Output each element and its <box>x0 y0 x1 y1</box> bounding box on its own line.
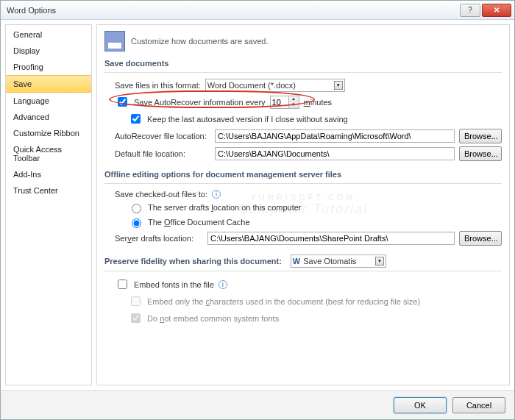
section-save-documents: Save documents <box>104 59 502 68</box>
spin-up-icon[interactable]: ▲ <box>289 96 299 102</box>
sidebar-item-language[interactable]: Language <box>6 93 91 109</box>
info-icon[interactable]: i <box>212 190 221 199</box>
autorecover-checkbox[interactable] <box>118 97 127 107</box>
sidebar-item-qat[interactable]: Quick Access Toolbar <box>6 141 91 166</box>
save-format-label: Save files in this format: <box>115 81 201 90</box>
info-icon[interactable]: i <box>219 280 227 289</box>
default-location-input[interactable] <box>215 147 455 160</box>
section-preserve: Preserve fidelity when sharing this docu… <box>104 257 282 266</box>
page-header: Customize how documents are saved. <box>104 31 502 51</box>
sidebar-item-display[interactable]: Display <box>6 43 91 59</box>
server-drafts-label: The server drafts location on this compu… <box>148 203 302 212</box>
sidebar: General Display Proofing Save Language A… <box>5 24 92 385</box>
no-common-fonts-checkbox <box>131 313 141 323</box>
sidebar-item-customize-ribbon[interactable]: Customize Ribbon <box>6 125 91 141</box>
keep-last-autosaved-checkbox[interactable] <box>131 114 141 124</box>
office-cache-label: The Office Document Cache <box>148 218 250 227</box>
browse-default-button[interactable]: Browse... <box>459 146 502 161</box>
checkedout-label: Save checked-out files to: <box>115 190 207 199</box>
sidebar-item-advanced[interactable]: Advanced <box>6 109 91 125</box>
sidebar-item-save[interactable]: Save <box>6 75 91 93</box>
embed-fonts-checkbox[interactable] <box>118 280 127 289</box>
autorecover-minutes-input[interactable] <box>271 96 288 108</box>
browse-drafts-button[interactable]: Browse... <box>459 231 502 246</box>
embed-only-chars-checkbox <box>131 296 141 306</box>
autorecover-label: Save AutoRecover information every <box>134 98 266 107</box>
no-common-fonts-label: Do not embed common system fonts <box>147 314 279 323</box>
spin-down-icon[interactable]: ▼ <box>289 102 299 108</box>
titlebar: Word Options ? ✕ <box>1 1 514 20</box>
autorecover-minutes-spinner[interactable]: ▲▼ <box>270 96 299 109</box>
chevron-down-icon: ▼ <box>375 257 384 266</box>
embed-only-chars-label: Embed only the characters used in the do… <box>147 297 420 306</box>
window-title: Word Options <box>7 6 458 15</box>
server-drafts-radio[interactable] <box>132 204 141 213</box>
footer: OK Cancel <box>1 390 514 419</box>
help-button[interactable]: ? <box>460 4 480 17</box>
browse-autorecover-button[interactable]: Browse... <box>459 129 502 143</box>
page-subtitle: Customize how documents are saved. <box>131 37 268 46</box>
minutes-label: minutes <box>304 98 333 107</box>
embed-fonts-label: Embed fonts in the file <box>134 280 214 289</box>
preserve-doc-select[interactable]: W Save Otomatis ▼ <box>291 255 386 268</box>
content-pane: YUHRISOFT.COMComputer Tutorial Customize… <box>96 24 510 385</box>
word-options-window: Word Options ? ✕ General Display Proofin… <box>0 0 515 420</box>
dialog-body: General Display Proofing Save Language A… <box>1 20 514 390</box>
ok-button[interactable]: OK <box>394 397 447 413</box>
close-button[interactable]: ✕ <box>482 4 511 17</box>
save-icon <box>104 31 125 51</box>
sidebar-item-trust-center[interactable]: Trust Center <box>6 182 91 199</box>
sidebar-item-general[interactable]: General <box>6 26 91 43</box>
sidebar-item-addins[interactable]: Add-Ins <box>6 166 91 182</box>
chevron-down-icon: ▼ <box>334 81 343 90</box>
office-cache-radio[interactable] <box>132 218 141 228</box>
section-offline: Offline editing options for document man… <box>104 170 502 179</box>
autorecover-location-input[interactable] <box>215 129 455 143</box>
default-location-label: Default file location: <box>115 149 210 158</box>
keep-last-autosaved-label: Keep the last autosaved version if I clo… <box>147 115 348 124</box>
cancel-button[interactable]: Cancel <box>452 397 505 413</box>
server-drafts-location-input[interactable] <box>207 232 455 245</box>
server-drafts-location-label: Server drafts location: <box>115 234 203 243</box>
sidebar-item-proofing[interactable]: Proofing <box>6 59 91 75</box>
autorecover-location-label: AutoRecover file location: <box>115 132 210 140</box>
word-doc-icon: W <box>293 257 300 266</box>
save-format-select[interactable]: Word Document (*.docx) ▼ <box>205 79 345 92</box>
